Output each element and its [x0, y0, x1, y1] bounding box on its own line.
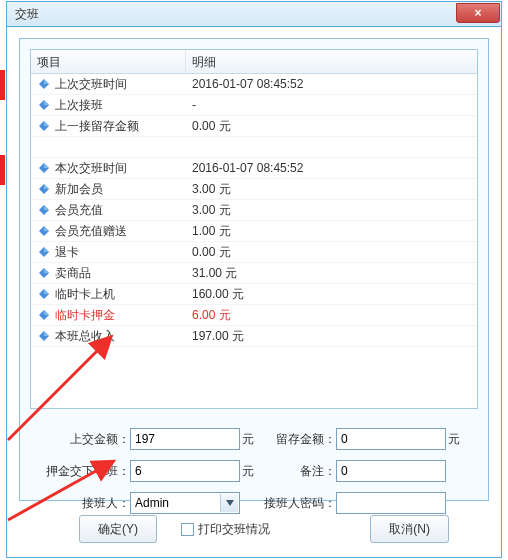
row-value: 2016-01-07 08:45:52 — [186, 74, 477, 94]
svg-marker-19 — [44, 289, 49, 294]
header-project[interactable]: 项目 — [31, 50, 186, 73]
row-label: 上次交班时间 — [55, 74, 127, 95]
table-row[interactable]: 会员充值赠送1.00 元 — [31, 221, 477, 242]
ok-button[interactable]: 确定(Y) — [79, 515, 157, 543]
unit-yuan-2: 元 — [446, 431, 462, 448]
dialog-body: 项目 明细 上次交班时间2016-01-07 08:45:52上次接班-上一接留… — [19, 38, 489, 501]
table-header: 项目 明细 — [31, 50, 477, 74]
row-value: 6.00 元 — [186, 305, 477, 325]
unit-yuan-3: 元 — [240, 463, 256, 480]
svg-marker-17 — [44, 268, 49, 273]
svg-marker-11 — [44, 205, 49, 210]
svg-marker-13 — [44, 226, 49, 231]
row-value: 0.00 元 — [186, 242, 477, 262]
row-label: 会员充值 — [55, 200, 103, 221]
diamond-icon — [37, 182, 51, 196]
svg-marker-7 — [44, 163, 49, 168]
row-label: 上次接班 — [55, 95, 103, 116]
remark-input[interactable] — [336, 460, 446, 482]
print-checkbox-label[interactable]: 打印交班情况 — [198, 521, 270, 538]
successor-label: 接班人： — [30, 495, 130, 512]
svg-marker-15 — [44, 247, 49, 252]
close-glyph-icon: × — [474, 6, 481, 20]
table-row[interactable]: 临时卡押金6.00 元 — [31, 305, 477, 326]
row-label: 会员充值赠送 — [55, 221, 127, 242]
svg-marker-3 — [44, 100, 49, 105]
row-label: 上一接留存金额 — [55, 116, 139, 137]
svg-marker-21 — [44, 310, 49, 315]
successor-value: Admin — [135, 496, 169, 510]
table-row[interactable]: 临时卡上机160.00 元 — [31, 284, 477, 305]
table-row[interactable]: 上次交班时间2016-01-07 08:45:52 — [31, 74, 477, 95]
svg-marker-1 — [44, 79, 49, 84]
row-value: 197.00 元 — [186, 326, 477, 346]
diamond-icon — [37, 161, 51, 175]
table-row[interactable]: 上次接班- — [31, 95, 477, 116]
row-label: 临时卡押金 — [55, 305, 115, 326]
window-title: 交班 — [15, 6, 39, 23]
form-area: 上交金额： 元 留存金额： 元 押金交下一班： 元 备注： 元 接班人： Adm… — [30, 423, 478, 519]
diamond-icon — [37, 329, 51, 343]
table-row[interactable]: 退卡0.00 元 — [31, 242, 477, 263]
row-value: 3.00 元 — [186, 200, 477, 220]
diamond-icon — [37, 119, 51, 133]
diamond-icon — [37, 266, 51, 280]
svg-marker-9 — [44, 184, 49, 189]
diamond-icon — [37, 308, 51, 322]
table-row[interactable]: 新加会员3.00 元 — [31, 179, 477, 200]
row-value: 3.00 元 — [186, 179, 477, 199]
retain-amount-input[interactable] — [336, 428, 446, 450]
svg-marker-5 — [44, 121, 49, 126]
row-label: 本班总收入 — [55, 326, 115, 347]
unit-yuan: 元 — [240, 431, 256, 448]
successor-pwd-label: 接班人密码： — [256, 495, 336, 512]
diamond-icon — [37, 287, 51, 301]
table-row[interactable]: 卖商品31.00 元 — [31, 263, 477, 284]
summary-table: 项目 明细 上次交班时间2016-01-07 08:45:52上次接班-上一接留… — [30, 49, 478, 409]
print-checkbox[interactable] — [181, 523, 194, 536]
title-bar[interactable]: 交班 关闭 × — [6, 1, 502, 27]
diamond-icon — [37, 98, 51, 112]
diamond-icon — [37, 77, 51, 91]
retain-amount-label: 留存金额： — [256, 431, 336, 448]
row-value: 160.00 元 — [186, 284, 477, 304]
row-value: 1.00 元 — [186, 221, 477, 241]
chevron-down-icon — [220, 494, 238, 512]
row-value: - — [186, 95, 477, 115]
deposit-next-label: 押金交下一班： — [30, 463, 130, 480]
diamond-icon — [37, 245, 51, 259]
remark-label: 备注： — [256, 463, 336, 480]
table-row[interactable] — [31, 137, 477, 158]
button-bar: 确定(Y) 打印交班情况 取消(N) — [19, 511, 489, 547]
hand-over-amount-label: 上交金额： — [30, 431, 130, 448]
close-button[interactable]: 关闭 × — [456, 3, 500, 23]
row-value: 0.00 元 — [186, 116, 477, 136]
diamond-icon — [37, 203, 51, 217]
row-value: 2016-01-07 08:45:52 — [186, 158, 477, 178]
row-value: 31.00 元 — [186, 263, 477, 283]
table-row[interactable]: 会员充值3.00 元 — [31, 200, 477, 221]
row-value — [186, 137, 477, 157]
table-row[interactable]: 上一接留存金额0.00 元 — [31, 116, 477, 137]
row-label: 新加会员 — [55, 179, 103, 200]
deposit-next-input[interactable] — [130, 460, 240, 482]
svg-marker-23 — [44, 331, 49, 336]
row-label: 临时卡上机 — [55, 284, 115, 305]
row-label: 本次交班时间 — [55, 158, 127, 179]
table-row[interactable]: 本班总收入197.00 元 — [31, 326, 477, 347]
row-label: 卖商品 — [55, 263, 91, 284]
cancel-button[interactable]: 取消(N) — [370, 515, 449, 543]
svg-marker-24 — [226, 500, 234, 506]
diamond-icon — [37, 224, 51, 238]
shift-change-dialog: 交班 关闭 × 项目 明细 上次交班时间2016-01-07 08:45:52上… — [6, 2, 502, 558]
row-label: 退卡 — [55, 242, 79, 263]
hand-over-amount-input[interactable] — [130, 428, 240, 450]
table-row[interactable]: 本次交班时间2016-01-07 08:45:52 — [31, 158, 477, 179]
header-detail[interactable]: 明细 — [186, 50, 477, 73]
